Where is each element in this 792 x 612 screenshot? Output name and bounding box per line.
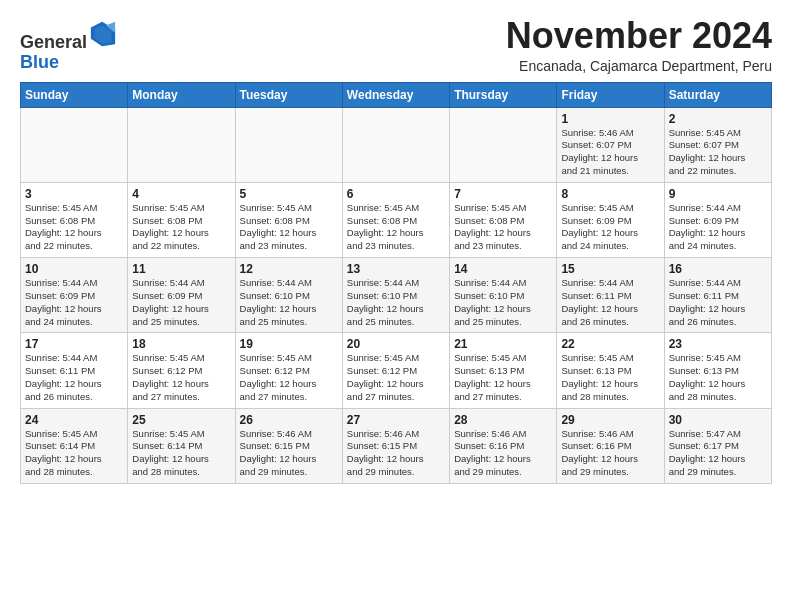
day-number: 25 [132,413,230,427]
calendar-cell: 7Sunrise: 5:45 AM Sunset: 6:08 PM Daylig… [450,182,557,257]
calendar-cell: 5Sunrise: 5:45 AM Sunset: 6:08 PM Daylig… [235,182,342,257]
day-number: 3 [25,187,123,201]
day-detail: Sunrise: 5:45 AM Sunset: 6:08 PM Dayligh… [240,202,338,253]
calendar-cell: 30Sunrise: 5:47 AM Sunset: 6:17 PM Dayli… [664,408,771,483]
day-detail: Sunrise: 5:46 AM Sunset: 6:15 PM Dayligh… [347,428,445,479]
calendar-cell: 19Sunrise: 5:45 AM Sunset: 6:12 PM Dayli… [235,333,342,408]
day-number: 15 [561,262,659,276]
day-detail: Sunrise: 5:44 AM Sunset: 6:10 PM Dayligh… [347,277,445,328]
day-detail: Sunrise: 5:44 AM Sunset: 6:09 PM Dayligh… [669,202,767,253]
day-detail: Sunrise: 5:45 AM Sunset: 6:13 PM Dayligh… [454,352,552,403]
day-detail: Sunrise: 5:44 AM Sunset: 6:10 PM Dayligh… [240,277,338,328]
day-number: 21 [454,337,552,351]
calendar-table: SundayMondayTuesdayWednesdayThursdayFrid… [20,82,772,484]
day-number: 30 [669,413,767,427]
calendar-cell: 12Sunrise: 5:44 AM Sunset: 6:10 PM Dayli… [235,258,342,333]
calendar-cell: 24Sunrise: 5:45 AM Sunset: 6:14 PM Dayli… [21,408,128,483]
calendar-cell: 3Sunrise: 5:45 AM Sunset: 6:08 PM Daylig… [21,182,128,257]
day-detail: Sunrise: 5:44 AM Sunset: 6:11 PM Dayligh… [669,277,767,328]
calendar-cell: 21Sunrise: 5:45 AM Sunset: 6:13 PM Dayli… [450,333,557,408]
day-number: 6 [347,187,445,201]
day-number: 13 [347,262,445,276]
calendar-cell: 14Sunrise: 5:44 AM Sunset: 6:10 PM Dayli… [450,258,557,333]
logo: General Blue [20,20,117,73]
day-number: 23 [669,337,767,351]
day-number: 14 [454,262,552,276]
weekday-header-sunday: Sunday [21,82,128,107]
day-detail: Sunrise: 5:45 AM Sunset: 6:08 PM Dayligh… [454,202,552,253]
calendar-cell: 28Sunrise: 5:46 AM Sunset: 6:16 PM Dayli… [450,408,557,483]
day-number: 5 [240,187,338,201]
weekday-header-wednesday: Wednesday [342,82,449,107]
day-detail: Sunrise: 5:47 AM Sunset: 6:17 PM Dayligh… [669,428,767,479]
calendar-header: SundayMondayTuesdayWednesdayThursdayFrid… [21,82,772,107]
calendar-cell [342,107,449,182]
calendar-cell: 26Sunrise: 5:46 AM Sunset: 6:15 PM Dayli… [235,408,342,483]
day-number: 18 [132,337,230,351]
weekday-header-saturday: Saturday [664,82,771,107]
title-area: November 2024 Encanada, Cajamarca Depart… [506,16,772,74]
day-number: 19 [240,337,338,351]
day-number: 12 [240,262,338,276]
day-detail: Sunrise: 5:45 AM Sunset: 6:13 PM Dayligh… [669,352,767,403]
calendar-cell [21,107,128,182]
day-detail: Sunrise: 5:45 AM Sunset: 6:09 PM Dayligh… [561,202,659,253]
calendar-cell: 23Sunrise: 5:45 AM Sunset: 6:13 PM Dayli… [664,333,771,408]
weekday-header-row: SundayMondayTuesdayWednesdayThursdayFrid… [21,82,772,107]
calendar-cell [235,107,342,182]
day-number: 24 [25,413,123,427]
calendar-cell: 1Sunrise: 5:46 AM Sunset: 6:07 PM Daylig… [557,107,664,182]
calendar-week-2: 3Sunrise: 5:45 AM Sunset: 6:08 PM Daylig… [21,182,772,257]
day-detail: Sunrise: 5:44 AM Sunset: 6:09 PM Dayligh… [132,277,230,328]
day-number: 8 [561,187,659,201]
calendar-cell: 25Sunrise: 5:45 AM Sunset: 6:14 PM Dayli… [128,408,235,483]
calendar-cell: 16Sunrise: 5:44 AM Sunset: 6:11 PM Dayli… [664,258,771,333]
calendar-cell: 18Sunrise: 5:45 AM Sunset: 6:12 PM Dayli… [128,333,235,408]
day-detail: Sunrise: 5:45 AM Sunset: 6:12 PM Dayligh… [132,352,230,403]
calendar-cell: 20Sunrise: 5:45 AM Sunset: 6:12 PM Dayli… [342,333,449,408]
day-detail: Sunrise: 5:45 AM Sunset: 6:14 PM Dayligh… [132,428,230,479]
day-number: 17 [25,337,123,351]
day-detail: Sunrise: 5:45 AM Sunset: 6:12 PM Dayligh… [347,352,445,403]
day-number: 11 [132,262,230,276]
day-detail: Sunrise: 5:44 AM Sunset: 6:10 PM Dayligh… [454,277,552,328]
calendar-cell: 8Sunrise: 5:45 AM Sunset: 6:09 PM Daylig… [557,182,664,257]
location-title: Encanada, Cajamarca Department, Peru [506,58,772,74]
calendar-cell [450,107,557,182]
day-detail: Sunrise: 5:44 AM Sunset: 6:11 PM Dayligh… [25,352,123,403]
day-detail: Sunrise: 5:46 AM Sunset: 6:07 PM Dayligh… [561,127,659,178]
logo-icon [89,20,117,48]
day-number: 10 [25,262,123,276]
day-number: 4 [132,187,230,201]
day-detail: Sunrise: 5:44 AM Sunset: 6:11 PM Dayligh… [561,277,659,328]
day-detail: Sunrise: 5:46 AM Sunset: 6:15 PM Dayligh… [240,428,338,479]
day-number: 26 [240,413,338,427]
calendar-cell: 15Sunrise: 5:44 AM Sunset: 6:11 PM Dayli… [557,258,664,333]
calendar-cell: 17Sunrise: 5:44 AM Sunset: 6:11 PM Dayli… [21,333,128,408]
calendar-cell: 22Sunrise: 5:45 AM Sunset: 6:13 PM Dayli… [557,333,664,408]
logo-blue-text: Blue [20,52,59,72]
weekday-header-thursday: Thursday [450,82,557,107]
day-number: 7 [454,187,552,201]
day-detail: Sunrise: 5:45 AM Sunset: 6:08 PM Dayligh… [132,202,230,253]
day-detail: Sunrise: 5:45 AM Sunset: 6:07 PM Dayligh… [669,127,767,178]
page-header: General Blue November 2024 Encanada, Caj… [20,16,772,74]
calendar-cell: 29Sunrise: 5:46 AM Sunset: 6:16 PM Dayli… [557,408,664,483]
calendar-cell: 4Sunrise: 5:45 AM Sunset: 6:08 PM Daylig… [128,182,235,257]
weekday-header-tuesday: Tuesday [235,82,342,107]
day-detail: Sunrise: 5:45 AM Sunset: 6:13 PM Dayligh… [561,352,659,403]
day-number: 28 [454,413,552,427]
day-number: 27 [347,413,445,427]
day-number: 20 [347,337,445,351]
weekday-header-monday: Monday [128,82,235,107]
day-detail: Sunrise: 5:45 AM Sunset: 6:12 PM Dayligh… [240,352,338,403]
day-detail: Sunrise: 5:46 AM Sunset: 6:16 PM Dayligh… [454,428,552,479]
day-number: 1 [561,112,659,126]
calendar-cell: 13Sunrise: 5:44 AM Sunset: 6:10 PM Dayli… [342,258,449,333]
day-number: 22 [561,337,659,351]
day-number: 9 [669,187,767,201]
calendar-cell [128,107,235,182]
calendar-body: 1Sunrise: 5:46 AM Sunset: 6:07 PM Daylig… [21,107,772,483]
day-detail: Sunrise: 5:46 AM Sunset: 6:16 PM Dayligh… [561,428,659,479]
calendar-week-3: 10Sunrise: 5:44 AM Sunset: 6:09 PM Dayli… [21,258,772,333]
